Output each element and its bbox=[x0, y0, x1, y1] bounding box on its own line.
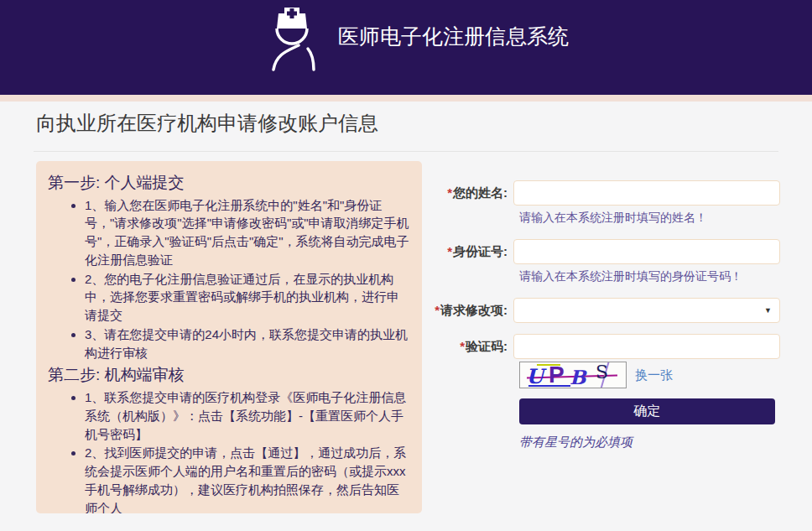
required-asterisk: * bbox=[447, 244, 452, 258]
captcha-refresh-link[interactable]: 换一张 bbox=[635, 367, 673, 383]
idcard-input[interactable] bbox=[513, 239, 780, 264]
captcha-letter: U bbox=[526, 367, 544, 387]
step2-title: 第二步: 机构端审核 bbox=[48, 365, 410, 386]
required-note: 带有星号的为必填项 bbox=[519, 435, 780, 450]
step1-title: 第一步: 个人端提交 bbox=[48, 173, 410, 194]
captcha-letter: P bbox=[549, 363, 565, 387]
name-input[interactable] bbox=[513, 180, 780, 206]
select-arrow-icon: ▼ bbox=[764, 307, 772, 315]
modify-item-select[interactable]: ▼ bbox=[513, 298, 780, 323]
page-title: 向执业所在医疗机构申请修改账户信息 bbox=[36, 110, 378, 137]
required-asterisk: * bbox=[435, 303, 440, 317]
divider bbox=[34, 151, 778, 152]
captcha-letter: S bbox=[596, 363, 608, 382]
idcard-label: *身份证号: bbox=[429, 244, 513, 260]
name-helper: 请输入在本系统注册时填写的姓名！ bbox=[519, 211, 780, 226]
captcha-input[interactable] bbox=[513, 334, 780, 359]
instruction-item: 1、联系您提交申请的医疗机构登录《医师电子化注册信息系统（机构版）》：点击【系统… bbox=[85, 388, 410, 443]
captcha-label: *验证码: bbox=[429, 339, 513, 355]
doctor-icon bbox=[267, 8, 317, 71]
instruction-item: 3、请在您提交申请的24小时内，联系您提交申请的执业机构进行审核 bbox=[85, 325, 410, 362]
submit-button[interactable]: 确定 bbox=[519, 398, 775, 424]
instructions-panel: 第一步: 个人端提交 1、输入您在医师电子化注册系统中的"姓名"和"身份证号，"… bbox=[36, 161, 422, 513]
modify-item-label: *请求修改项: bbox=[429, 303, 513, 319]
captcha-image[interactable]: U P B S bbox=[519, 362, 627, 388]
required-asterisk: * bbox=[447, 185, 452, 200]
captcha-letter: B bbox=[570, 367, 586, 387]
name-label: *您的姓名: bbox=[429, 185, 513, 201]
account-form: *您的姓名: 请输入在本系统注册时填写的姓名！ *身份证号: 请输入在本系统注册… bbox=[429, 180, 780, 450]
accent-strip bbox=[0, 95, 812, 102]
instruction-item: 2、您的电子化注册信息验证通过后，在显示的执业机构中，选择您要求重置密码或解绑手… bbox=[85, 270, 410, 325]
required-asterisk: * bbox=[460, 339, 465, 353]
instruction-item: 2、找到医师提交的申请，点击【通过】，通过成功后，系统会提示医师个人端的用户名和… bbox=[85, 444, 410, 513]
instruction-item: 1、输入您在医师电子化注册系统中的"姓名"和"身份证号，"请求修改项"选择"申请… bbox=[85, 196, 410, 269]
app-title: 医师电子化注册信息系统 bbox=[338, 25, 569, 48]
step1-list: 1、输入您在医师电子化注册系统中的"姓名"和"身份证号，"请求修改项"选择"申请… bbox=[48, 196, 410, 362]
app-header: 医师电子化注册信息系统 bbox=[0, 0, 812, 95]
idcard-helper: 请输入在本系统注册时填写的身份证号码！ bbox=[519, 269, 780, 284]
step2-list: 1、联系您提交申请的医疗机构登录《医师电子化注册信息系统（机构版）》：点击【系统… bbox=[48, 388, 410, 513]
